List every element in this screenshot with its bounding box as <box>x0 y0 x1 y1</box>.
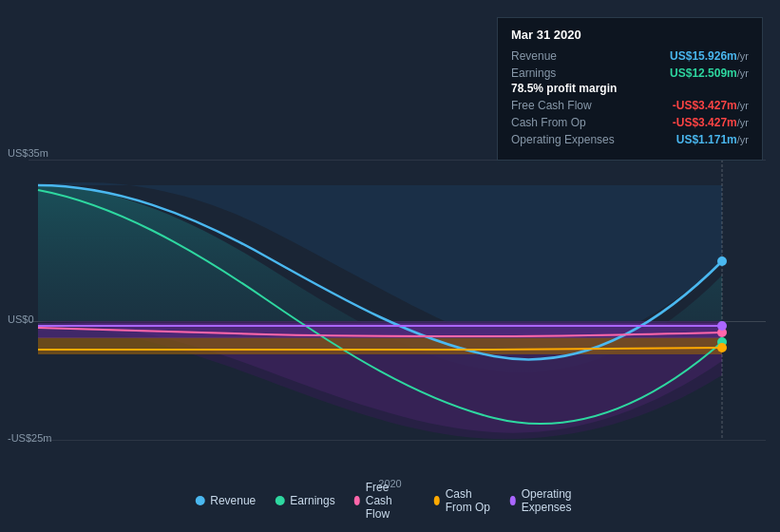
legend-dot-opex <box>510 496 516 505</box>
opex-dot <box>717 321 727 331</box>
opex-unit: /yr <box>737 134 749 145</box>
revenue-val: US$15.926m <box>670 49 737 63</box>
tooltip-opex-row: Operating Expenses US$1.171m/yr <box>511 133 749 146</box>
tooltip-profit-margin: 78.5% profit margin <box>511 82 749 95</box>
earnings-val: US$12.509m <box>670 66 737 80</box>
earnings-unit: /yr <box>737 67 749 79</box>
fcf-val: -US$3.427m <box>673 99 737 112</box>
opex-band <box>38 337 722 354</box>
legend-label-fcf: Free Cash Flow <box>366 481 415 521</box>
cashfromop-val: -US$3.427m <box>673 116 737 129</box>
legend-label-earnings: Earnings <box>290 494 334 507</box>
tooltip-revenue-row: Revenue US$15.926m/yr <box>511 49 749 63</box>
legend-fcf[interactable]: Free Cash Flow <box>354 481 415 521</box>
tooltip-opex-value: US$1.171m/yr <box>676 133 749 146</box>
tooltip-cashfromop-label: Cash From Op <box>511 116 586 129</box>
legend-dot-cashfromop <box>434 496 440 505</box>
fcf-unit: /yr <box>737 100 749 111</box>
cashfromop-unit: /yr <box>737 117 749 128</box>
legend-earnings[interactable]: Earnings <box>275 494 334 507</box>
tooltip-opex-label: Operating Expenses <box>511 133 615 146</box>
chart-container: US$35m US$0 -US$25m 2020 <box>0 0 780 532</box>
tooltip-cashfromop-value: -US$3.427m/yr <box>673 116 749 129</box>
tooltip-fcf-label: Free Cash Flow <box>511 99 592 112</box>
cashfromop-dot <box>717 343 727 352</box>
legend-label-cashfromop: Cash From Op <box>446 487 491 514</box>
tooltip-date: Mar 31 2020 <box>511 28 749 42</box>
tooltip-cashfromop-row: Cash From Op -US$3.427m/yr <box>511 116 749 129</box>
legend-label-opex: Operating Expenses <box>522 487 585 514</box>
legend-revenue[interactable]: Revenue <box>195 494 256 507</box>
legend-opex[interactable]: Operating Expenses <box>510 487 585 514</box>
revenue-dot <box>717 256 727 266</box>
legend-dot-revenue <box>195 496 204 505</box>
legend-cashfromop[interactable]: Cash From Op <box>434 487 491 514</box>
tooltip-panel: Mar 31 2020 Revenue US$15.926m/yr Earnin… <box>497 17 763 161</box>
tooltip-revenue-label: Revenue <box>511 49 557 63</box>
legend-dot-fcf <box>354 496 360 505</box>
tooltip-earnings-row: Earnings US$12.509m/yr <box>511 66 749 80</box>
revenue-unit: /yr <box>737 50 749 62</box>
tooltip-earnings-label: Earnings <box>511 66 556 80</box>
legend-dot-earnings <box>275 496 284 505</box>
tooltip-fcf-value: -US$3.427m/yr <box>673 99 749 112</box>
tooltip-fcf-row: Free Cash Flow -US$3.427m/yr <box>511 99 749 112</box>
chart-legend: Revenue Earnings Free Cash Flow Cash Fro… <box>195 481 585 521</box>
tooltip-earnings-value: US$12.509m/yr <box>670 66 749 80</box>
opex-val: US$1.171m <box>676 133 737 146</box>
tooltip-revenue-value: US$15.926m/yr <box>670 49 749 63</box>
legend-label-revenue: Revenue <box>210 494 256 507</box>
